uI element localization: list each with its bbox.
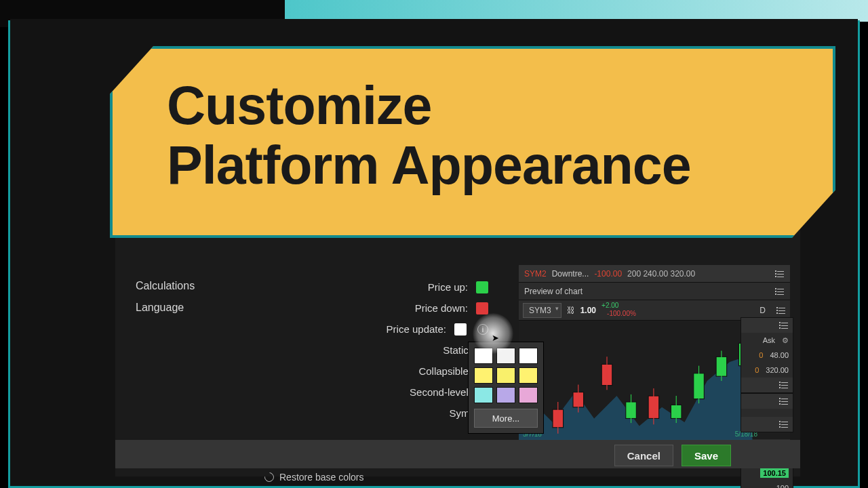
color-cell[interactable] (496, 348, 515, 364)
list-icon[interactable] (775, 270, 785, 277)
cell: 48.00 (770, 351, 789, 359)
chart-val: 1.00 (580, 306, 596, 315)
thumbnail-frame: Calculations Language Price up: Price do… (0, 0, 868, 488)
color-cell[interactable] (474, 367, 493, 384)
right-panel-2 (741, 393, 793, 432)
dialog-buttons: Cancel Save (614, 445, 731, 466)
gear-icon[interactable]: ⚙ (782, 336, 789, 345)
symbol-dropdown[interactable]: SYM3 (523, 303, 561, 318)
settings-sidebar: Calculations Language (136, 280, 244, 323)
list-icon[interactable] (779, 421, 789, 428)
list-icon[interactable] (779, 398, 789, 405)
color-cell[interactable] (519, 367, 538, 384)
sidebar-item-language[interactable]: Language (136, 302, 244, 314)
chart-hdr-nums: 200 240.00 320.00 (627, 269, 695, 279)
color-cell[interactable] (496, 387, 515, 403)
swatch-price-update[interactable] (454, 323, 467, 336)
cursor-icon: ➤ (492, 333, 499, 343)
row-price-up: Price up: (332, 277, 488, 298)
title-banner: Customize Platform Appearance (110, 46, 835, 238)
row-price-update: Price update: i (332, 319, 488, 340)
chart-hdr-txt: Downtre... (552, 269, 589, 279)
color-cell[interactable] (474, 348, 493, 364)
color-picker-popup: More... (468, 342, 544, 434)
cell: 320.00 (766, 366, 789, 374)
row-symbol: Symbol l (332, 403, 488, 424)
chart-title: Preview of chart (524, 287, 583, 296)
save-button[interactable]: Save (682, 445, 731, 466)
price-badge: 100.15 (760, 468, 789, 478)
list-icon[interactable] (775, 288, 785, 295)
cell: 0 (759, 351, 763, 359)
label-price-update: Price update: (387, 319, 446, 340)
color-properties: Price up: Price down: Price update: i St… (332, 277, 488, 424)
chart-hdr-sym: SYM2 (524, 269, 547, 279)
chart-change: +2.00 -100.00% (601, 302, 642, 319)
info-icon[interactable]: i (477, 324, 488, 335)
cell: 100 (776, 484, 789, 488)
cell: 0 (755, 366, 759, 374)
restore-label: Restore base colors (279, 472, 364, 483)
sidebar-item-calculations[interactable]: Calculations (136, 280, 244, 292)
row-collapsible-header: Collapsible hea (332, 361, 488, 382)
color-cell[interactable] (519, 387, 538, 403)
label-price-up: Price up: (428, 277, 468, 298)
label-price-down: Price down: (415, 298, 468, 319)
row-price-down: Price down: (332, 298, 488, 319)
swatch-price-down[interactable] (476, 302, 488, 314)
period-d[interactable]: D (754, 304, 771, 317)
list-icon[interactable] (776, 307, 786, 314)
restore-icon (262, 470, 276, 484)
list-icon[interactable] (779, 322, 789, 329)
banner-title: Customize Platform Appearance (167, 76, 792, 196)
color-cell[interactable] (474, 387, 493, 403)
right-panel-1: Ask⚙ 048.00 0320.00 (741, 317, 793, 393)
more-colors-button[interactable]: More... (474, 409, 538, 428)
color-cell[interactable] (519, 348, 538, 364)
chart-header-row: SYM2 Downtre... -100.00 200 240.00 320.0… (519, 265, 790, 283)
color-cell[interactable] (496, 367, 515, 384)
chart-hdr-neg: -100.00 (594, 269, 622, 279)
color-grid (474, 348, 538, 403)
row-second-level-header: Second-level hea (332, 382, 488, 403)
link-icon[interactable]: ⛓ (567, 306, 575, 315)
restore-base-colors[interactable]: Restore base colors (264, 472, 364, 483)
list-icon[interactable] (779, 382, 789, 388)
row-static-header: Static hea (332, 340, 488, 361)
cancel-button[interactable]: Cancel (614, 445, 673, 466)
chart-title-row: Preview of chart (519, 283, 790, 300)
swatch-price-up[interactable] (476, 281, 488, 293)
ask-label: Ask (763, 336, 775, 344)
